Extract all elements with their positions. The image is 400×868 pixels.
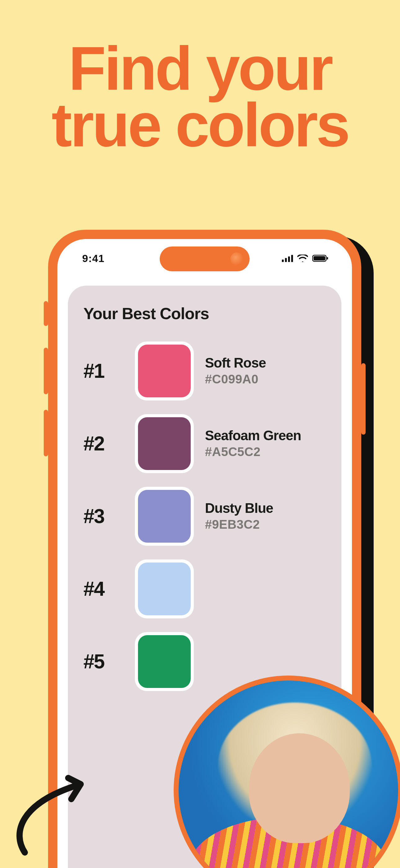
svg-rect-0: [282, 259, 284, 262]
color-list: #1 Soft Rose #C099A0 #2 Seafoam: [84, 341, 326, 691]
svg-rect-1: [285, 258, 287, 262]
color-row[interactable]: #4: [84, 559, 326, 618]
svg-rect-6: [327, 257, 328, 259]
color-hex: #A5C5C2: [205, 445, 326, 459]
color-name: Seafoam Green: [205, 428, 326, 443]
color-meta: Dusty Blue #9EB3C2: [205, 501, 326, 531]
color-meta: [205, 588, 326, 590]
phone-side-button: [361, 363, 366, 435]
svg-rect-3: [291, 255, 293, 262]
color-rank: #3: [84, 505, 124, 528]
cellular-icon: [282, 254, 293, 262]
color-meta: Soft Rose #C099A0: [205, 356, 326, 386]
status-icons: [282, 254, 328, 262]
color-rank: #2: [84, 432, 124, 455]
color-row[interactable]: #1 Soft Rose #C099A0: [84, 341, 326, 400]
color-swatch: [135, 341, 194, 400]
card-title: Your Best Colors: [84, 304, 326, 323]
color-swatch: [135, 632, 194, 691]
color-rank: #4: [84, 578, 124, 600]
arrow-icon: [6, 763, 105, 856]
color-row[interactable]: #3 Dusty Blue #9EB3C2: [84, 487, 326, 546]
color-name: Dusty Blue: [205, 501, 326, 515]
avatar-image: [178, 681, 398, 868]
color-row[interactable]: #2 Seafoam Green #A5C5C2: [84, 414, 326, 473]
battery-icon: [312, 254, 328, 262]
phone-side-button: [44, 348, 48, 394]
phone-side-button: [44, 301, 48, 326]
color-rank: #1: [84, 360, 124, 382]
color-hex: #9EB3C2: [205, 518, 326, 531]
promo-headline: Find yourtrue colors: [0, 40, 400, 153]
color-meta: [205, 661, 326, 662]
color-swatch: [135, 559, 194, 618]
color-swatch: [135, 487, 194, 546]
dynamic-island: [160, 247, 249, 271]
status-time: 9:41: [82, 252, 104, 265]
color-swatch: [135, 414, 194, 473]
color-name: Soft Rose: [205, 356, 326, 370]
svg-rect-5: [313, 256, 325, 260]
wifi-icon: [297, 254, 308, 262]
phone-side-button: [44, 410, 48, 456]
color-hex: #C099A0: [205, 372, 326, 386]
color-meta: Seafoam Green #A5C5C2: [205, 428, 326, 459]
svg-rect-2: [288, 256, 290, 262]
color-rank: #5: [84, 650, 124, 673]
